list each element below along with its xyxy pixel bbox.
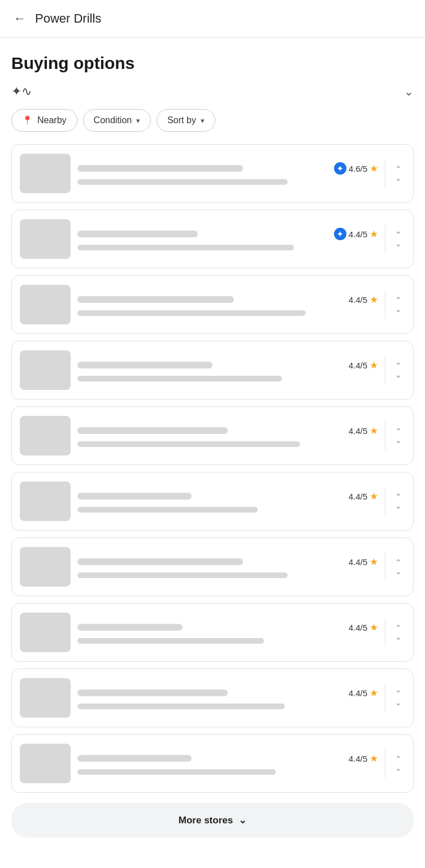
expand-button[interactable]: ⌃ ⌄ — [385, 422, 405, 450]
sort-by-chevron-icon: ▾ — [201, 116, 205, 125]
nearby-label: Nearby — [37, 115, 67, 125]
rating-badge: 4.4/5 ★ — [349, 622, 378, 633]
main-content: Buying options ✦∿ ⌄ 📍 Nearby Condition ▾… — [0, 38, 425, 868]
star-icon: ★ — [370, 163, 378, 175]
expand-button[interactable]: ⌃ ⌄ — [385, 749, 405, 778]
expand-button[interactable]: ⌃ ⌄ — [385, 684, 405, 712]
store-info: 4.4/5 ★ — [77, 491, 378, 513]
store-info: 4.4/5 ★ — [77, 294, 378, 316]
chevron-up-icon: ⌃ — [395, 624, 402, 632]
expand-button[interactable]: ⌃ ⌄ — [385, 159, 405, 188]
store-item[interactable]: 4.4/5 ★ ⌃ ⌄ — [11, 406, 414, 465]
store-name-line — [77, 689, 228, 696]
rating-badge: ✦ 4.6/5 ★ — [334, 162, 378, 175]
chevron-up-icon: ⌃ — [395, 165, 402, 173]
star-icon: ★ — [370, 556, 378, 568]
chevron-down-icon: ⌄ — [395, 567, 402, 575]
store-name-line — [77, 493, 192, 500]
sort-by-label: Sort by — [167, 115, 196, 125]
sort-by-filter-button[interactable]: Sort by ▾ — [157, 109, 215, 132]
chevron-up-icon: ⌃ — [395, 427, 402, 435]
store-item[interactable]: 4.4/5 ★ ⌃ ⌄ — [11, 669, 414, 727]
rating-value: 4.4/5 — [349, 295, 367, 305]
store-info: 4.4/5 ★ — [77, 425, 378, 447]
expand-button[interactable]: ⌃ ⌄ — [385, 487, 405, 515]
chevron-down-icon: ⌄ — [395, 436, 402, 444]
store-thumbnail — [20, 613, 71, 652]
nearby-filter-button[interactable]: 📍 Nearby — [11, 109, 77, 132]
rating-badge: 4.4/5 ★ — [349, 556, 378, 568]
store-info: ✦ 4.4/5 ★ — [77, 228, 378, 250]
rating-badge: 4.4/5 ★ — [349, 753, 378, 765]
store-thumbnail — [20, 416, 71, 455]
rating-value: 4.4/5 — [349, 229, 367, 239]
rating-value: 4.4/5 — [349, 361, 367, 370]
expand-button[interactable]: ⌃ ⌄ — [385, 225, 405, 253]
store-detail-line — [77, 638, 264, 644]
star-icon: ★ — [370, 359, 378, 371]
rating-badge: 4.4/5 ★ — [349, 687, 378, 699]
store-info: ✦ 4.6/5 ★ — [77, 162, 378, 185]
ai-row: ✦∿ ⌄ — [11, 84, 414, 99]
star-icon: ★ — [370, 622, 378, 633]
store-info-top: 4.4/5 ★ — [77, 359, 378, 371]
store-name-line — [77, 558, 243, 565]
chevron-down-icon: ⌄ — [395, 240, 402, 248]
filter-row: 📍 Nearby Condition ▾ Sort by ▾ — [11, 109, 414, 132]
store-detail-line — [77, 245, 294, 250]
header-title: Power Drills — [35, 11, 101, 26]
store-item[interactable]: 4.4/5 ★ ⌃ ⌄ — [11, 603, 414, 662]
condition-filter-button[interactable]: Condition ▾ — [83, 109, 151, 132]
back-icon: ← — [14, 11, 26, 26]
chevron-down-icon: ⌄ — [395, 764, 402, 772]
store-name-line — [77, 755, 192, 762]
rating-value: 4.4/5 — [349, 557, 367, 567]
rating-badge: 4.4/5 ★ — [349, 425, 378, 437]
store-thumbnail — [20, 154, 71, 193]
store-list: ✦ 4.6/5 ★ ⌃ ⌄ — [11, 144, 414, 793]
star-icon: ★ — [370, 425, 378, 437]
star-icon: ★ — [370, 228, 378, 240]
expand-button[interactable]: ⌃ ⌄ — [385, 356, 405, 384]
store-item[interactable]: 4.4/5 ★ ⌃ ⌄ — [11, 734, 414, 793]
location-icon: 📍 — [22, 115, 33, 125]
expand-button[interactable]: ⌃ ⌄ — [385, 618, 405, 646]
store-detail-line — [77, 572, 288, 578]
ai-collapse-icon[interactable]: ⌄ — [404, 85, 414, 98]
chevron-down-icon: ⌄ — [395, 633, 402, 641]
rating-value: 4.6/5 — [349, 164, 367, 173]
google-verified-icon: ✦ — [334, 228, 346, 240]
rating-value: 4.4/5 — [349, 754, 367, 763]
chevron-down-icon: ⌄ — [395, 502, 402, 510]
store-item[interactable]: 4.4/5 ★ ⌃ ⌄ — [11, 275, 414, 334]
store-info: 4.4/5 ★ — [77, 687, 378, 709]
back-button[interactable]: ← — [14, 11, 26, 26]
chevron-down-icon: ⌄ — [395, 371, 402, 379]
store-item[interactable]: ✦ 4.6/5 ★ ⌃ ⌄ — [11, 144, 414, 203]
store-info-top: ✦ 4.4/5 ★ — [77, 228, 378, 240]
store-item[interactable]: ✦ 4.4/5 ★ ⌃ ⌄ — [11, 210, 414, 268]
chevron-down-icon: ⌄ — [395, 698, 402, 706]
page-title: Buying options — [11, 54, 414, 73]
store-detail-line — [77, 704, 285, 709]
store-info-top: 4.4/5 ★ — [77, 556, 378, 568]
chevron-down-icon: ⌄ — [395, 174, 402, 182]
store-item[interactable]: 4.4/5 ★ ⌃ ⌄ — [11, 341, 414, 400]
rating-value: 4.4/5 — [349, 688, 367, 698]
star-icon: ★ — [370, 294, 378, 306]
store-info-top: 4.4/5 ★ — [77, 622, 378, 633]
app-header: ← Power Drills — [0, 0, 425, 38]
ai-icon: ✦∿ — [11, 84, 32, 99]
store-name-line — [77, 231, 198, 237]
more-stores-button[interactable]: More stores ⌄ — [11, 803, 414, 837]
expand-button[interactable]: ⌃ ⌄ — [385, 290, 405, 319]
store-item[interactable]: 4.4/5 ★ ⌃ ⌄ — [11, 472, 414, 531]
chevron-up-icon: ⌃ — [395, 231, 402, 238]
store-item[interactable]: 4.4/5 ★ ⌃ ⌄ — [11, 537, 414, 596]
condition-label: Condition — [94, 115, 132, 125]
store-thumbnail — [20, 678, 71, 718]
chevron-up-icon: ⌃ — [395, 689, 402, 697]
rating-badge: 4.4/5 ★ — [349, 491, 378, 502]
store-detail-line — [77, 441, 300, 447]
expand-button[interactable]: ⌃ ⌄ — [385, 553, 405, 581]
